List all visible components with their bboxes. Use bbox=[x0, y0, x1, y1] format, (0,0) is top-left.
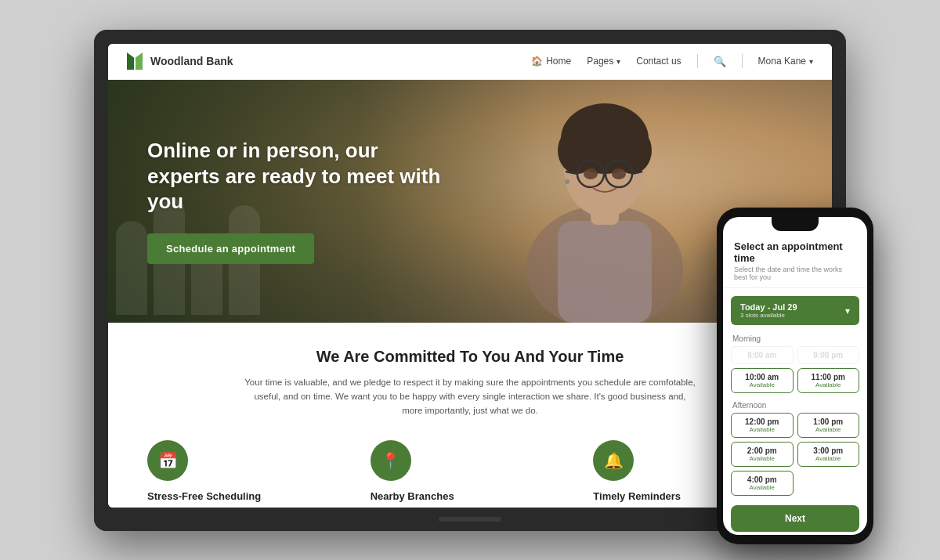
phone-notch bbox=[772, 217, 819, 231]
features-grid: 📅 Stress-Free Scheduling Our online sche… bbox=[147, 440, 793, 508]
phone-content: Select an appointment time Select the da… bbox=[723, 217, 867, 535]
time-slot-8am-time: 8:00 am bbox=[738, 351, 786, 359]
nav-user[interactable]: Mona Kane ▾ bbox=[758, 56, 813, 67]
time-slot-1pm-label: Available bbox=[804, 426, 853, 433]
time-slot-11pm-time: 11:00 pm bbox=[804, 373, 853, 381]
phone-date-info: Today - Jul 29 3 slots available bbox=[740, 302, 797, 319]
nav-search[interactable]: 🔍 bbox=[714, 56, 726, 67]
time-slot-3pm-label: Available bbox=[804, 455, 853, 462]
phone-header-subtitle: Select the date and time the works best … bbox=[734, 266, 856, 281]
time-slot-12pm-time: 12:00 pm bbox=[738, 417, 786, 426]
time-slot-2pm-label: Available bbox=[738, 455, 786, 462]
time-slot-4pm-time: 4:00 pm bbox=[738, 475, 786, 484]
afternoon-section-label: Afternoon bbox=[723, 396, 867, 413]
time-slot-9pm[interactable]: 9:00 pm bbox=[797, 346, 860, 364]
content-title: We Are Committed To You And Your Time bbox=[147, 348, 793, 366]
time-slot-4pm[interactable]: 4:00 pm Available bbox=[731, 471, 794, 496]
svg-point-13 bbox=[584, 168, 598, 179]
calendar-icon: 📅 bbox=[147, 440, 188, 481]
nav-links: 🏠 Home Pages ▾ Contact us 🔍 bbox=[531, 54, 813, 68]
logo-icon bbox=[127, 52, 144, 70]
phone-header: Select an appointment time Select the da… bbox=[723, 233, 867, 288]
contact-label: Contact us bbox=[636, 56, 681, 67]
date-chevron-icon: ▾ bbox=[845, 305, 850, 316]
phone-outer: Select an appointment time Select the da… bbox=[717, 208, 873, 544]
hero-person-image bbox=[472, 80, 738, 323]
nav-contact[interactable]: Contact us bbox=[636, 56, 681, 67]
time-slot-3pm-time: 3:00 pm bbox=[804, 446, 853, 455]
nav-logo: Woodland Bank bbox=[127, 52, 233, 70]
time-slot-2pm[interactable]: 2:00 pm Available bbox=[731, 442, 794, 467]
phone-date-picker[interactable]: Today - Jul 29 3 slots available ▾ bbox=[731, 296, 859, 325]
svg-rect-1 bbox=[558, 221, 652, 323]
schedule-appointment-button[interactable]: Schedule an appointment bbox=[147, 233, 314, 264]
phone: Select an appointment time Select the da… bbox=[717, 208, 873, 544]
time-slot-9pm-time: 9:00 pm bbox=[804, 351, 853, 359]
user-name: Mona Kane bbox=[758, 56, 806, 67]
hero-content: Online or in person, our experts are rea… bbox=[108, 138, 453, 264]
pages-label: Pages bbox=[587, 56, 613, 67]
time-slot-1pm[interactable]: 1:00 pm Available bbox=[797, 413, 860, 438]
nav-home[interactable]: 🏠 Home bbox=[531, 56, 571, 67]
afternoon-time-grid: 12:00 pm Available 1:00 pm Available 2:0… bbox=[723, 413, 867, 499]
nav: Woodland Bank 🏠 Home Pages ▾ bbox=[108, 44, 832, 80]
svg-point-15 bbox=[565, 179, 569, 184]
morning-time-grid: 8:00 am 9:00 pm 10:00 am Available 11:00… bbox=[723, 346, 867, 396]
svg-point-7 bbox=[572, 105, 638, 152]
phone-screen: Select an appointment time Select the da… bbox=[723, 217, 867, 535]
home-icon: 🏠 bbox=[531, 56, 543, 67]
nav-divider bbox=[697, 54, 698, 68]
person-svg bbox=[503, 80, 707, 323]
feature-branches-title: Nearby Branches bbox=[371, 490, 570, 502]
nav-divider-2 bbox=[742, 54, 743, 68]
feature-scheduling-title: Stress-Free Scheduling bbox=[147, 490, 347, 502]
svg-point-14 bbox=[612, 168, 626, 179]
time-slot-10am[interactable]: 10:00 am Available bbox=[731, 368, 794, 393]
time-slot-2pm-time: 2:00 pm bbox=[738, 446, 786, 455]
brand-name: Woodland Bank bbox=[150, 55, 233, 67]
time-slot-3pm[interactable]: 3:00 pm Available bbox=[797, 442, 860, 467]
feature-scheduling: 📅 Stress-Free Scheduling Our online sche… bbox=[147, 440, 347, 508]
time-slot-12pm-label: Available bbox=[738, 426, 786, 433]
location-icon: 📍 bbox=[371, 440, 411, 481]
logo-icon-right bbox=[136, 52, 143, 70]
phone-header-title: Select an appointment time bbox=[734, 240, 856, 264]
phone-date-sub: 3 slots available bbox=[740, 312, 797, 319]
time-slot-11pm[interactable]: 11:00 pm Available bbox=[797, 368, 860, 393]
morning-section-label: Morning bbox=[723, 330, 867, 346]
hero-title: Online or in person, our experts are rea… bbox=[147, 138, 453, 215]
time-slot-4pm-label: Available bbox=[738, 484, 786, 491]
phone-date-text: Today - Jul 29 bbox=[740, 302, 797, 312]
pages-chevron-icon: ▾ bbox=[616, 57, 620, 66]
scene: Woodland Bank 🏠 Home Pages ▾ bbox=[0, 0, 940, 560]
time-slot-11pm-label: Available bbox=[804, 381, 853, 388]
feature-branches: 📍 Nearby Branches We make it easy to cho… bbox=[371, 440, 570, 508]
time-slot-1pm-time: 1:00 pm bbox=[804, 417, 853, 426]
content-desc: Your time is valuable, and we pledge to … bbox=[243, 375, 697, 418]
time-slot-10am-label: Available bbox=[738, 381, 786, 388]
nav-pages[interactable]: Pages ▾ bbox=[587, 56, 620, 67]
phone-next-button[interactable]: Next bbox=[731, 505, 859, 532]
logo-icon-left bbox=[127, 52, 134, 70]
time-slot-8am[interactable]: 8:00 am bbox=[731, 346, 794, 364]
time-slot-10am-time: 10:00 am bbox=[738, 373, 786, 381]
user-chevron-icon: ▾ bbox=[809, 57, 813, 66]
time-slot-12pm[interactable]: 12:00 pm Available bbox=[731, 413, 794, 438]
bell-icon: 🔔 bbox=[593, 440, 634, 481]
home-label: Home bbox=[546, 56, 571, 67]
